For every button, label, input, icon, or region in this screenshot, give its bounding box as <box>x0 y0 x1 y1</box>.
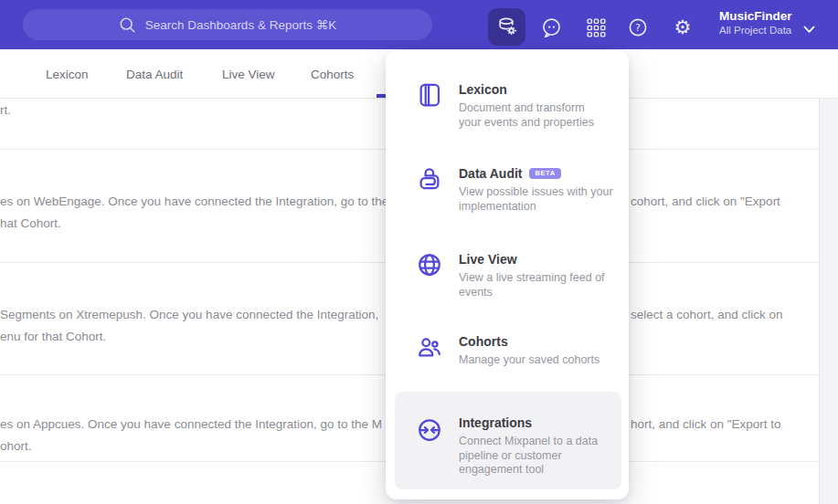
tab-live-view[interactable]: Live View <box>222 68 275 81</box>
beta-badge: BETA <box>529 168 560 180</box>
sync-arrows-icon <box>416 416 443 444</box>
project-selector[interactable]: MusicFinder All Project Data <box>719 8 792 37</box>
page-background-gutter <box>820 99 838 504</box>
row-text-fragment: hort, and click on "Export to <box>631 414 781 436</box>
menu-item-integrations[interactable]: Integrations Connect Mixpanel to a data … <box>395 392 621 489</box>
menu-item-lexicon[interactable]: Lexicon Document and transform your even… <box>386 81 629 132</box>
people-icon <box>416 333 443 361</box>
menu-item-description: Document and transform your events and p… <box>459 101 621 130</box>
globe-icon <box>416 251 443 278</box>
menu-item-description: View possible issues with your implement… <box>459 185 621 214</box>
top-navigation-bar: Search Dashboards & Reports ⌘K <box>0 0 838 49</box>
row-text-fragment: es on WebEngage. Once you have connected… <box>0 191 388 235</box>
row-text-fragment: es on Appcues. Once you have connected t… <box>0 414 382 457</box>
menu-item-cohorts[interactable]: Cohorts Manage your saved cohorts <box>386 333 629 372</box>
chevron-down-icon[interactable] <box>803 21 815 37</box>
menu-item-live-view[interactable]: Live View View a live streaming feed of … <box>386 251 629 302</box>
row-text-fragment: cohort, and click on "Export <box>631 191 780 213</box>
menu-item-description: View a live streaming feed of events <box>459 271 621 299</box>
data-management-dropdown: Lexicon Document and transform your even… <box>386 50 629 499</box>
audit-lock-icon <box>416 165 443 193</box>
project-name: MusicFinder <box>719 8 792 24</box>
menu-item-title: Cohorts <box>459 333 508 350</box>
global-search-input[interactable]: Search Dashboards & Reports ⌘K <box>23 9 432 40</box>
help-button[interactable]: ? <box>621 11 655 44</box>
menu-item-title: Integrations <box>459 415 532 431</box>
book-icon <box>416 81 443 109</box>
grid-icon <box>587 18 606 37</box>
search-placeholder-text: Search Dashboards & Reports ⌘K <box>145 17 336 32</box>
feedback-button[interactable] <box>534 11 568 44</box>
tab-cohorts[interactable]: Cohorts <box>311 68 354 81</box>
app-window: Search Dashboards & Reports ⌘K <box>0 0 838 504</box>
tab-lexicon[interactable]: Lexicon <box>46 68 89 81</box>
menu-item-description: Connect Mixpanel to a data pipeline or c… <box>459 435 621 478</box>
settings-button[interactable]: ⚙ <box>665 11 700 44</box>
menu-item-title: Lexicon <box>459 81 507 98</box>
question-mark-icon: ? <box>627 16 649 38</box>
row-text-fragment: select a cohort, and click on <box>631 304 783 326</box>
gear-icon: ⚙ <box>674 18 692 37</box>
database-gear-icon <box>495 16 518 38</box>
menu-item-title: Data Audit <box>459 165 522 182</box>
menu-item-description: Manage your saved cohorts <box>459 353 621 368</box>
svg-text:?: ? <box>635 22 641 34</box>
apps-grid-button[interactable] <box>578 11 613 44</box>
menu-item-title: Live View <box>459 251 517 268</box>
chat-bubble-icon <box>540 16 563 39</box>
data-management-button[interactable] <box>488 8 525 46</box>
tab-data-audit[interactable]: Data Audit <box>126 68 183 81</box>
search-icon <box>119 16 136 34</box>
project-subtitle: All Project Data <box>719 24 792 37</box>
row-text-fragment: Segments on Xtremepush. Once you have co… <box>0 304 378 348</box>
menu-item-data-audit[interactable]: Data Audit BETA View possible issues wit… <box>386 165 629 216</box>
row-text-fragment: rt. <box>0 100 11 121</box>
